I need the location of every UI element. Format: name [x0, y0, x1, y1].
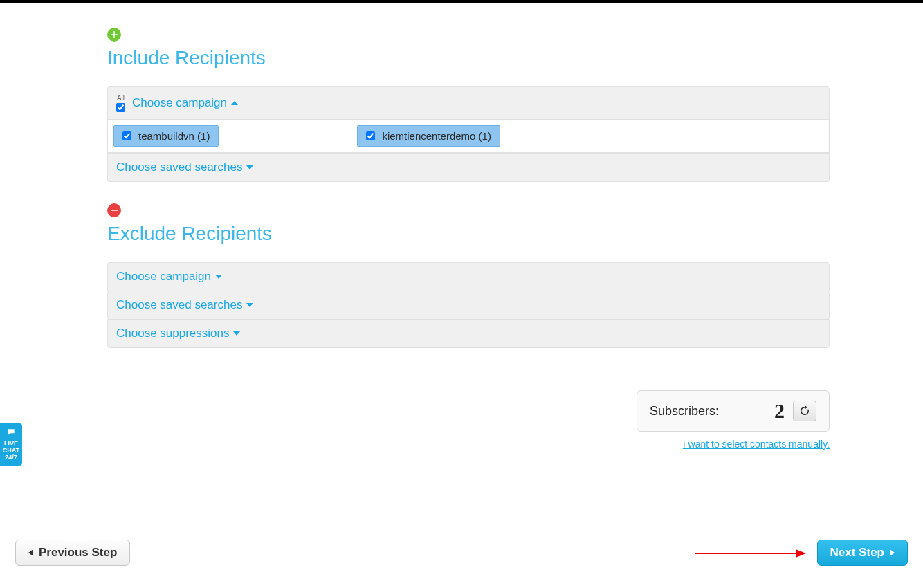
- caret-up-icon: [231, 101, 238, 105]
- include-saved-searches-dropdown[interactable]: Choose saved searches: [116, 160, 253, 174]
- caret-down-icon: [233, 331, 240, 336]
- exclude-choose-suppressions-row[interactable]: Choose suppressions: [107, 319, 830, 348]
- caret-down-icon: [246, 165, 253, 169]
- exclude-suppressions-dropdown[interactable]: Choose suppressions: [116, 327, 240, 340]
- subscribers-count: 2: [774, 399, 785, 423]
- subscribers-area: Subscribers: 2 I want to select contacts…: [107, 369, 830, 450]
- caret-down-icon: [246, 303, 253, 307]
- exclude-section: Exclude Recipients Choose campaign Choos…: [107, 203, 830, 348]
- next-step-button[interactable]: Next Step: [817, 540, 908, 566]
- main-content: Include Recipients All Choose campaign t…: [0, 3, 923, 450]
- exclude-choose-saved-searches-row[interactable]: Choose saved searches: [107, 291, 830, 320]
- campaign-label: teambuildvn (1): [138, 130, 210, 142]
- exclude-saved-searches-dropdown[interactable]: Choose saved searches: [116, 298, 253, 312]
- include-choose-saved-searches-row[interactable]: Choose saved searches: [107, 153, 830, 182]
- plus-icon: [107, 28, 121, 42]
- include-campaigns-list: teambuildvn (1) kiemtiencenterdemo (1): [107, 119, 830, 153]
- dropdown-text: Choose campaign: [132, 96, 227, 110]
- exclude-title: Exclude Recipients: [107, 223, 830, 245]
- svg-rect-0: [111, 210, 118, 210]
- exclude-choose-campaign-row[interactable]: Choose campaign: [107, 262, 830, 291]
- refresh-button[interactable]: [793, 401, 816, 421]
- all-checkbox[interactable]: [116, 103, 125, 112]
- exclude-choose-campaign-dropdown[interactable]: Choose campaign: [116, 270, 222, 284]
- include-title: Include Recipients: [107, 47, 830, 69]
- triangle-right-icon: [890, 549, 895, 556]
- all-checkbox-column: All: [116, 94, 125, 112]
- refresh-icon: [798, 405, 811, 417]
- chat-line3: 24/7: [0, 454, 22, 461]
- dropdown-text: Choose saved searches: [116, 160, 242, 174]
- live-chat-tab[interactable]: LIVE CHAT 24/7: [0, 423, 22, 466]
- include-section: Include Recipients All Choose campaign t…: [107, 28, 830, 182]
- campaign-chip[interactable]: kiemtiencenterdemo (1): [357, 125, 500, 147]
- dropdown-text: Choose saved searches: [116, 298, 242, 312]
- footer-nav: Previous Step Next Step: [0, 520, 923, 588]
- next-label: Next Step: [830, 546, 884, 560]
- minus-icon: [107, 203, 121, 217]
- dropdown-text: Choose suppressions: [116, 327, 229, 340]
- campaign-chip[interactable]: teambuildvn (1): [113, 125, 219, 147]
- campaign-checkbox[interactable]: [122, 131, 131, 140]
- select-manually-link[interactable]: I want to select contacts manually.: [683, 439, 830, 450]
- campaign-checkbox[interactable]: [366, 131, 375, 140]
- campaign-label: kiemtiencenterdemo (1): [382, 130, 491, 142]
- triangle-left-icon: [28, 549, 33, 556]
- include-panel-group: All Choose campaign teambuildvn (1) kiem…: [107, 86, 830, 182]
- subscribers-box: Subscribers: 2: [637, 390, 830, 432]
- previous-step-button[interactable]: Previous Step: [15, 540, 130, 566]
- include-choose-campaign-dropdown[interactable]: Choose campaign: [132, 96, 238, 110]
- dropdown-text: Choose campaign: [116, 270, 211, 284]
- include-choose-campaign-row[interactable]: All Choose campaign: [107, 86, 830, 120]
- exclude-panel-group: Choose campaign Choose saved searches Ch…: [107, 262, 830, 348]
- subscribers-label: Subscribers:: [650, 404, 719, 419]
- chat-icon: [5, 428, 17, 437]
- caret-down-icon: [215, 275, 222, 279]
- prev-label: Previous Step: [39, 546, 117, 560]
- all-label: All: [117, 94, 125, 102]
